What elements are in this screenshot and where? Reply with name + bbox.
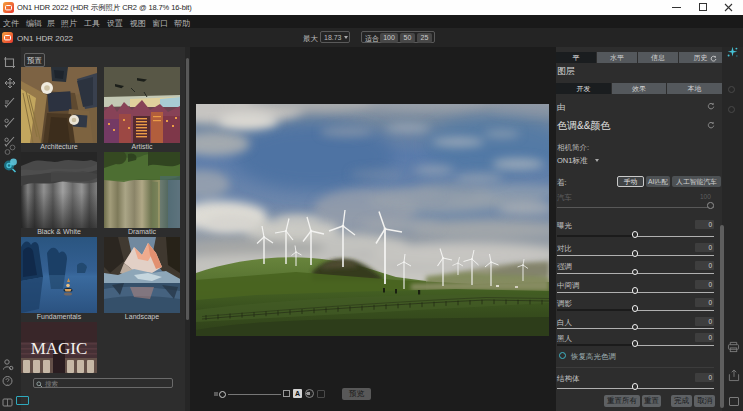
svg-text:MAGIC: MAGIC — [31, 339, 88, 358]
